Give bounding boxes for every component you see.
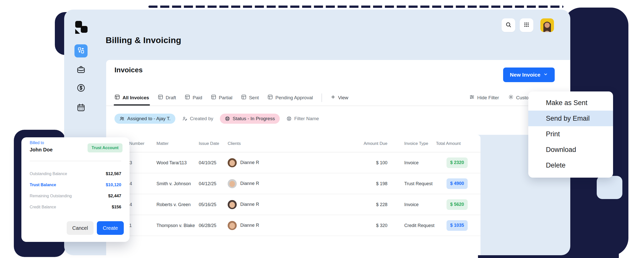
invoices-heading: Invoices [114, 66, 143, 74]
tab-pending-approval[interactable]: Pending Approval [267, 90, 313, 106]
lifebuoy-icon [225, 116, 230, 121]
total-amount-badge: $ 4900 [447, 178, 468, 189]
balance-label: Outstanding Balance [30, 172, 67, 176]
filter-chip[interactable]: Status - In Progress [220, 114, 280, 124]
sidebar-item-matters[interactable] [76, 65, 86, 74]
balance-row: Remaining Outstanding $2,447 [30, 190, 121, 202]
balance-row: Credit Balance $156 [30, 202, 121, 213]
column-header-issue-date: Issue Date [199, 141, 219, 146]
table-row[interactable]: 0012344 Roberts v. Green 05/16/25 Dianne… [106, 194, 480, 215]
column-header-clients: Clients [228, 141, 241, 146]
tab-paid[interactable]: Paid [185, 90, 202, 106]
sidebar-item-calendar[interactable] [76, 103, 86, 112]
sidebar-item-payments[interactable] [76, 83, 86, 92]
table-grid-icon [267, 94, 273, 101]
menu-item-send-by-email[interactable]: Send by Email [528, 111, 613, 126]
billed-to-card: Billed to John Doe Trust Account Outstan… [21, 137, 130, 242]
tab-label: All Invoices [123, 95, 149, 101]
cell-issue-date: 05/16/25 [199, 202, 216, 207]
dollar-circle-icon [76, 89, 86, 93]
tabs-bottom-border [106, 106, 570, 106]
tabs-divider [321, 93, 322, 102]
balance-row: Outstanding Balance $12,567 [30, 168, 121, 179]
cell-amount-due: $ 320 [345, 223, 387, 228]
table-row[interactable]: 0012123 Wood Tara/113 04/10/25 Dianne R … [106, 152, 480, 173]
billed-to-name: John Doe [30, 147, 53, 153]
balances-list: Outstanding Balance $12,567 Trust Balanc… [30, 168, 121, 213]
search-button[interactable] [502, 18, 515, 32]
client-name: Dianne R [240, 181, 259, 186]
client-name: Dianne R [240, 160, 259, 165]
menu-item-print[interactable]: Print [528, 126, 613, 142]
user-avatar[interactable] [540, 18, 554, 32]
menu-item-make-as-sent[interactable]: Make as Sent [528, 95, 613, 111]
torn-edge-top [148, 6, 564, 8]
cell-amount-due: $ 228 [345, 202, 387, 207]
tab-label: Paid [193, 95, 202, 101]
cell-amount-due: $ 100 [345, 160, 387, 165]
cell-amount-due: $ 198 [345, 181, 387, 186]
client-avatar [228, 221, 237, 230]
client-avatar [228, 200, 237, 209]
filter-chip[interactable]: Created by [180, 114, 215, 124]
plus-icon [331, 94, 336, 101]
apps-grid-button[interactable] [520, 18, 533, 32]
add-view-tab[interactable]: View [331, 94, 348, 101]
tab-label: Sent [249, 95, 259, 101]
cell-client: Dianne R [228, 158, 259, 167]
table-header-row: Invoice NumberMatterIssue DateClientsAmo… [106, 135, 480, 152]
cell-client: Dianne R [228, 221, 259, 230]
app-window: Billing & Invoicing [64, 10, 570, 255]
client-name: Dianne R [240, 223, 259, 228]
cell-invoice-type: Invoice [404, 202, 419, 207]
cell-invoice-type: Trust Request [404, 181, 432, 186]
hide-filter-button[interactable]: Hide Filter [469, 94, 499, 101]
tab-partial[interactable]: Partial [211, 90, 232, 106]
cell-issue-date: 04/12/25 [199, 181, 216, 186]
table-grid-icon [211, 94, 216, 101]
app-logo [75, 21, 88, 35]
table-row[interactable]: 0012411 Thompson v. Blake 06/28/25 Diann… [106, 215, 480, 236]
tab-all-invoices[interactable]: All Invoices [114, 90, 149, 106]
chip-label: Status - In Progress [233, 116, 275, 121]
cell-issue-date: 06/28/25 [199, 223, 216, 228]
balance-label: Credit Balance [30, 205, 56, 209]
tab-label: Draft [166, 95, 176, 101]
balance-label: Trust Balance [30, 183, 56, 187]
menu-item-download[interactable]: Download [528, 142, 613, 157]
tab-sent[interactable]: Sent [241, 90, 259, 106]
chip-label: Assigned to - Ajay T. [127, 116, 171, 121]
apps-grid-icon [523, 21, 530, 29]
cell-matter: Smith v. Johnson [156, 181, 191, 186]
billed-to-label: Billed to [30, 141, 44, 145]
table-row[interactable]: 0012234 Smith v. Johnson 04/12/25 Dianne… [106, 173, 480, 194]
create-button[interactable]: Create [97, 221, 124, 235]
column-header-amount-due: Amount Due [345, 141, 387, 146]
tab-draft[interactable]: Draft [158, 90, 176, 106]
page: Billing & Invoicing [0, 0, 644, 258]
table-actions: Hide Filter Custom [469, 90, 533, 106]
balance-value: $10,120 [106, 182, 121, 187]
cancel-button[interactable]: Cancel [67, 221, 94, 235]
search-icon [505, 21, 512, 29]
cell-issue-date: 04/10/25 [199, 160, 216, 165]
total-amount-badge: $ 1035 [447, 220, 468, 231]
filter-chips: Assigned to - Ajay T. Created by Status … [114, 114, 320, 124]
client-avatar [228, 158, 237, 167]
chip-label: Created by [190, 116, 213, 121]
balance-value: $12,567 [106, 171, 121, 176]
client-name: Dianne R [240, 202, 259, 207]
invoices-panel-header: Invoices New Invoice All Invoices Draft [106, 60, 570, 135]
gear-icon [508, 94, 514, 101]
new-invoice-button[interactable]: New Invoice [503, 68, 555, 82]
chevron-down-icon [543, 72, 548, 78]
briefcase-icon [76, 71, 86, 75]
menu-item-delete[interactable]: Delete [528, 157, 613, 173]
page-title: Billing & Invoicing [106, 35, 181, 45]
sidebar-item-billing[interactable] [74, 44, 88, 57]
filter-chip[interactable]: Assigned to - Ajay T. [114, 114, 175, 124]
dashboard-grid-icon [77, 47, 85, 55]
filter-chip[interactable]: Filter Name [285, 114, 320, 124]
cell-matter: Thompson v. Blake [156, 223, 195, 228]
trust-account-badge: Trust Account [88, 143, 123, 152]
